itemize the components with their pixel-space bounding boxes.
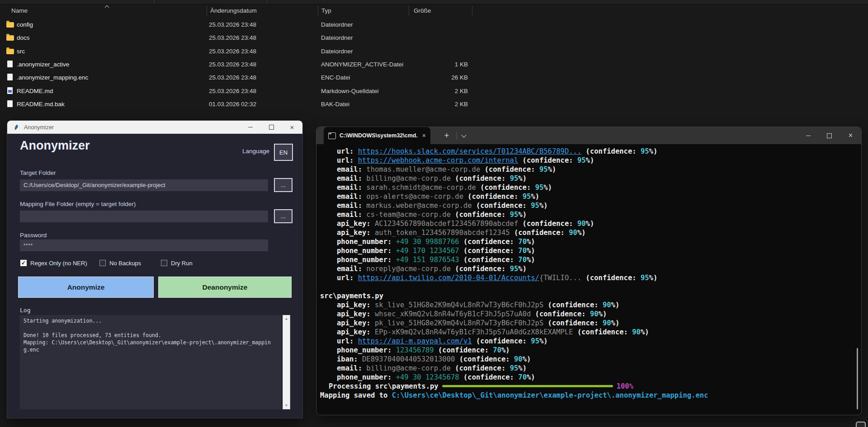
tab-close-icon[interactable]: ×	[422, 132, 426, 139]
terminal-minimize-button[interactable]	[797, 127, 819, 144]
explorer-toolbar-strip	[0, 0, 868, 5]
terminal-line: iban: DE89370400440532013000 (confidence…	[320, 355, 861, 364]
file-type: BAK-Datei	[321, 101, 349, 108]
file-modified: 01.03.2026 02:32	[209, 101, 256, 108]
chevron-down-icon[interactable]	[461, 132, 466, 137]
new-tab-button[interactable]: +	[438, 127, 456, 144]
url-link[interactable]: https://webhook.acme-corp.com/internal	[358, 156, 519, 164]
scroll-down-icon[interactable]: ▼	[283, 404, 290, 408]
file-size: 26 KB	[425, 74, 468, 81]
column-divider[interactable]	[409, 6, 409, 16]
file-row[interactable]: docs25.03.2026 23:48Dateiordner	[0, 31, 497, 44]
deanonymize-button[interactable]: Deanonymize	[158, 277, 292, 298]
terminal-line: api_key: AC1234567890abcdef1234567890abc…	[320, 219, 861, 228]
anonymizer-titlebar[interactable]: Anonymizer ×	[7, 121, 302, 134]
column-header-type[interactable]: Typ	[321, 7, 331, 14]
terminal-tab-bar[interactable]: C:\WINDOWS\system32\cmd. × + ×	[316, 127, 861, 144]
checkbox-regex-only-no-ner[interactable]: ✓	[20, 260, 27, 266]
terminal-line: email: thomas.mueller@acme-corp.de (conf…	[320, 165, 861, 174]
toolbar-separator	[154, 0, 154, 4]
file-modified: 25.03.2026 23:48	[209, 34, 256, 41]
terminal-line: url: https://hooks.slack.com/services/T0…	[320, 147, 861, 156]
file-icon	[7, 100, 13, 107]
terminal-maximize-button[interactable]	[819, 127, 840, 144]
terminal-line: Mapping saved to C:\Users\ce\Desktop\_Gi…	[320, 391, 861, 400]
terminal-line: phone_number: +49 30 12345678 (confidenc…	[320, 373, 861, 382]
terminal-tab[interactable]: C:\WINDOWS\system32\cmd. ×	[324, 127, 430, 144]
file-row[interactable]: config25.03.2026 23:48Dateiordner	[0, 18, 497, 31]
mapping-folder-input[interactable]	[20, 211, 268, 222]
terminal-line: url: https://api-m.paypal.com/v1 (confid…	[320, 337, 861, 346]
url-link[interactable]: https://api.twilio.com/2010-04-01/Accoun…	[358, 274, 539, 282]
scroll-up-icon[interactable]: ▲	[283, 317, 290, 321]
terminal-line: email: markus.weber@acme-corp.de (confid…	[320, 201, 861, 210]
file-type: Markdown-Quelldatei	[321, 88, 379, 94]
terminal-line: url: https://webhook.acme-corp.com/inter…	[320, 156, 861, 165]
anonymize-button[interactable]: Anonymize	[18, 277, 154, 298]
column-header-size[interactable]: Größe	[414, 7, 431, 14]
terminal-line: email: cs-team@acme-corp.de (confidence:…	[320, 210, 861, 219]
file-name: config	[17, 21, 33, 28]
file-modified: 25.03.2026 23:48	[209, 61, 256, 68]
file-row[interactable]: .anonymizer_active25.03.2026 23:48ANONYM…	[0, 58, 497, 71]
terminal-line: email: noreply@acme-corp.de (confidence:…	[320, 264, 861, 273]
terminal-scrollbar[interactable]	[857, 348, 858, 409]
terminal-close-button[interactable]: ×	[840, 127, 861, 144]
file-type: Dateiordner	[321, 34, 353, 41]
target-folder-label: Target Folder	[20, 169, 56, 176]
language-label: Language	[242, 148, 269, 155]
column-header-modified[interactable]: Änderungsdatum	[210, 7, 257, 14]
terminal-line: api_key: auth_token_1234567890abcdef1234…	[320, 228, 861, 237]
mapping-folder-label: Mapping File Folder (empty = target fold…	[20, 201, 136, 207]
app-heading: Anonymizer	[20, 139, 90, 153]
file-size: 2 KB	[425, 88, 468, 94]
file-modified: 25.03.2026 23:48	[209, 48, 256, 55]
terminal-window: C:\WINDOWS\system32\cmd. × + × url: http…	[316, 127, 861, 415]
checkbox-dry-run[interactable]	[161, 260, 167, 266]
terminal-line: url: https://api.twilio.com/2010-04-01/A…	[320, 273, 861, 282]
folder-icon	[6, 35, 14, 41]
column-divider[interactable]	[318, 6, 318, 16]
explorer-column-headers: Name Änderungsdatum Typ Größe	[0, 5, 868, 17]
log-scrollbar[interactable]: ▲ ▼	[283, 315, 290, 409]
file-modified: 25.03.2026 23:48	[209, 21, 256, 28]
log-label: Log	[20, 307, 30, 314]
file-row[interactable]: .anonymizer_mapping.enc25.03.2026 23:48E…	[0, 71, 497, 84]
terminal-line: api_key: pk_live_51HG8e2K9mQ4vL8nR7wT3yB…	[320, 319, 861, 328]
column-divider[interactable]	[207, 6, 207, 16]
desktop-screen: Name Änderungsdatum Typ Größe config25.0…	[0, 0, 868, 427]
file-row[interactable]: README.md25.03.2026 23:48Markdown-Quelld…	[0, 84, 497, 98]
terminal-line: api_key: sk_live_51HG8e2K9mQ4vL8nR7wT3yB…	[320, 300, 861, 310]
terminal-line: phone_number: +49 151 9876543 (confidenc…	[320, 255, 861, 264]
file-modified: 25.03.2026 23:48	[209, 88, 256, 94]
url-link[interactable]: https://hooks.slack.com/services/T01234A…	[358, 147, 582, 155]
file-row[interactable]: src25.03.2026 23:48Dateiordner	[0, 45, 497, 58]
taskbar-corner-icon[interactable]	[856, 422, 866, 427]
file-row[interactable]: README.md.bak01.03.2026 02:32BAK-Datei2 …	[0, 98, 497, 111]
target-folder-input[interactable]: C:/Users/ce/Desktop/_Git/anonymizer/exam…	[20, 179, 268, 191]
cmd-icon	[328, 132, 336, 139]
mapping-folder-browse-button[interactable]: ...	[274, 209, 292, 223]
terminal-output: url: https://hooks.slack.com/services/T0…	[316, 144, 861, 415]
log-textarea: Starting anonymization... Done! 10 files…	[20, 315, 281, 409]
password-input[interactable]: ****	[20, 239, 268, 251]
sort-ascending-icon	[105, 5, 109, 10]
url-link[interactable]: https://api-m.paypal.com/v1	[358, 337, 472, 345]
file-modified: 25.03.2026 23:48	[209, 74, 256, 81]
checkbox-no-backups[interactable]	[99, 260, 106, 266]
close-button[interactable]: ×	[282, 121, 302, 134]
folder-icon	[6, 22, 14, 28]
terminal-line: src\payments.py	[320, 291, 861, 300]
terminal-line: phone_number: 123456789 (confidence: 70%…	[320, 346, 861, 355]
file-icon	[7, 87, 13, 94]
file-name: docs	[17, 34, 30, 41]
minimize-button[interactable]	[240, 121, 261, 134]
checkbox-label: No Backups	[109, 260, 141, 267]
terminal-tab-title: C:\WINDOWS\system32\cmd.	[340, 132, 419, 139]
file-size: 2 KB	[425, 101, 468, 108]
language-button[interactable]: EN	[274, 144, 293, 161]
column-divider[interactable]	[472, 6, 472, 16]
column-header-name[interactable]: Name	[11, 7, 28, 14]
maximize-button[interactable]	[261, 121, 282, 134]
target-folder-browse-button[interactable]: ...	[274, 178, 292, 192]
